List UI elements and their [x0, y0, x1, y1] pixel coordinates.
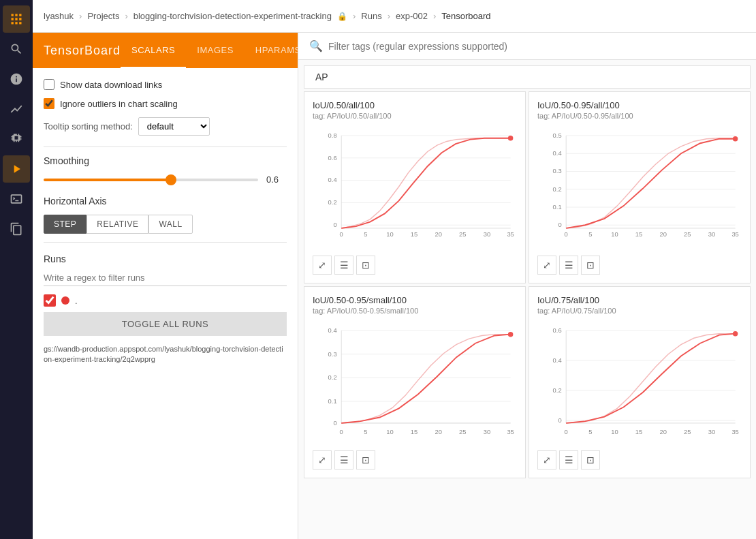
- svg-text:0: 0: [340, 429, 343, 435]
- svg-text:10: 10: [611, 429, 618, 435]
- ignore-outliers-checkbox[interactable]: [44, 98, 54, 109]
- svg-text:0: 0: [558, 417, 561, 424]
- chart-svg-container-1: 0.8 0.6 0.4 0.2 0 0 5 10 15 20: [313, 125, 517, 250]
- svg-text:0.1: 0.1: [328, 398, 337, 405]
- charts-area: AP IoU/0.50/all/100 tag: AP/IoU/0.50/all…: [298, 60, 756, 539]
- list-button-2[interactable]: ☰: [559, 256, 578, 275]
- breadcrumb-sep-2: ›: [125, 11, 127, 21]
- breadcrumb-experiment[interactable]: blogging-torchvision-detection-experimen…: [133, 11, 332, 21]
- fit-button-4[interactable]: ⊡: [581, 450, 600, 469]
- svg-text:15: 15: [635, 231, 642, 238]
- left-panel: TensorBoard SCALARS IMAGES HPARAMS Show …: [33, 33, 298, 539]
- fit-button-1[interactable]: ⊡: [356, 256, 375, 275]
- svg-text:15: 15: [411, 231, 418, 238]
- svg-text:30: 30: [708, 429, 715, 435]
- tooltip-sorting-row: Tooltip sorting method: default ascendin…: [44, 117, 287, 136]
- chart-actions-2: ⤢ ☰ ⊡: [537, 256, 742, 275]
- ignore-outliers-row: Ignore outliers in chart scaling: [44, 98, 287, 109]
- tooltip-sorting-label: Tooltip sorting method:: [44, 121, 133, 132]
- runs-filter-input[interactable]: [44, 270, 287, 286]
- svg-text:0.8: 0.8: [328, 132, 337, 139]
- list-button-1[interactable]: ☰: [334, 256, 353, 275]
- relative-button[interactable]: RELATIVE: [86, 215, 148, 234]
- tooltip-sorting-select[interactable]: default ascending descending nearest: [138, 117, 210, 136]
- svg-text:25: 25: [459, 231, 466, 238]
- svg-text:20: 20: [659, 429, 666, 435]
- expand-button-1[interactable]: ⤢: [313, 256, 332, 275]
- breadcrumb-runs[interactable]: Runs: [361, 11, 381, 21]
- charts-grid: IoU/0.50/all/100 tag: AP/IoU/0.50/all/10…: [304, 91, 751, 478]
- terminal-icon[interactable]: [3, 185, 30, 213]
- chart-tag-2: tag: AP/IoU/0.50-0.95/all/100: [537, 112, 742, 120]
- svg-text:10: 10: [611, 231, 618, 238]
- show-download-label[interactable]: Show data download links: [60, 80, 162, 90]
- chart-tag-1: tag: AP/IoU/0.50/all/100: [313, 112, 517, 120]
- breadcrumb-sep-5: ›: [433, 11, 436, 21]
- svg-text:35: 35: [507, 231, 514, 238]
- info-icon[interactable]: [3, 65, 30, 93]
- horizontal-axis-buttons: STEP RELATIVE WALL: [44, 215, 287, 234]
- run-label: .: [75, 296, 78, 306]
- svg-text:25: 25: [459, 429, 466, 435]
- breadcrumb-projects[interactable]: Projects: [87, 11, 119, 21]
- expand-button-3[interactable]: ⤢: [313, 450, 332, 469]
- svg-text:0.1: 0.1: [553, 204, 562, 211]
- expand-button-4[interactable]: ⤢: [537, 450, 556, 469]
- tab-scalars[interactable]: SCALARS: [121, 33, 186, 68]
- chart-icon[interactable]: [3, 95, 30, 123]
- chart-group-header: AP: [304, 65, 751, 89]
- svg-point-43: [733, 136, 738, 142]
- expand-button-2[interactable]: ⤢: [537, 256, 556, 275]
- grid-icon[interactable]: [3, 5, 30, 33]
- fit-button-3[interactable]: ⊡: [356, 450, 375, 469]
- svg-text:0: 0: [333, 221, 336, 228]
- chip-icon[interactable]: [3, 125, 30, 153]
- divider-2: [44, 242, 287, 243]
- step-button[interactable]: STEP: [44, 215, 86, 234]
- right-panel: 🔍 AP IoU/0.50/all/100 tag: AP/IoU/0.50/a…: [298, 33, 756, 539]
- svg-text:35: 35: [731, 429, 738, 435]
- chart-title-1: IoU/0.50/all/100: [313, 100, 517, 110]
- tab-images[interactable]: IMAGES: [186, 33, 245, 68]
- svg-text:15: 15: [635, 429, 642, 435]
- svg-text:35: 35: [731, 231, 738, 238]
- wall-button[interactable]: WALL: [148, 215, 192, 234]
- inner-layout: TensorBoard SCALARS IMAGES HPARAMS Show …: [33, 33, 756, 539]
- divider-1: [44, 147, 287, 147]
- svg-text:0: 0: [333, 420, 336, 427]
- toggle-all-runs-button[interactable]: TOGGLE ALL RUNS: [44, 312, 287, 336]
- svg-text:10: 10: [386, 231, 393, 238]
- breadcrumb: lyashuk › Projects › blogging-torchvisio…: [33, 0, 756, 33]
- chart-card-1: IoU/0.50/all/100 tag: AP/IoU/0.50/all/10…: [304, 91, 526, 283]
- svg-text:5: 5: [364, 429, 367, 435]
- search-icon[interactable]: [3, 35, 30, 63]
- list-button-3[interactable]: ☰: [334, 450, 353, 469]
- triangle-icon[interactable]: [3, 155, 30, 183]
- run-checkbox[interactable]: [44, 294, 56, 307]
- fit-button-2[interactable]: ⊡: [581, 256, 600, 275]
- ignore-outliers-label[interactable]: Ignore outliers in chart scaling: [60, 99, 178, 109]
- run-item: .: [44, 294, 287, 307]
- svg-text:0: 0: [558, 221, 561, 228]
- svg-text:0: 0: [340, 231, 343, 238]
- chart-svg-container-4: 0.6 0.4 0.2 0 0 5 10 15 20 25: [537, 320, 742, 445]
- smoothing-slider[interactable]: [44, 179, 258, 181]
- filter-tags-input[interactable]: [328, 41, 745, 52]
- svg-text:0.2: 0.2: [328, 374, 337, 381]
- breadcrumb-exp002[interactable]: exp-002: [396, 11, 428, 21]
- breadcrumb-user[interactable]: lyashuk: [44, 11, 74, 21]
- chart-card-3: IoU/0.50-0.95/small/100 tag: AP/IoU/0.50…: [304, 286, 526, 478]
- list-button-4[interactable]: ☰: [559, 450, 578, 469]
- tab-hparams[interactable]: HPARAMS: [245, 33, 298, 68]
- chart-svg-container-2: 0.5 0.4 0.3 0.2 0.1 0 0 5 10 15: [537, 125, 742, 250]
- chart-card-2: IoU/0.50-0.95/all/100 tag: AP/IoU/0.50-0…: [529, 91, 751, 283]
- breadcrumb-sep-3: ›: [353, 11, 356, 21]
- show-download-checkbox[interactable]: [44, 79, 54, 90]
- svg-text:5: 5: [588, 429, 592, 435]
- chart-tag-4: tag: AP/IoU/0.75/all/100: [537, 307, 742, 315]
- main-content: lyashuk › Projects › blogging-torchvisio…: [33, 0, 756, 539]
- chart-title-4: IoU/0.75/all/100: [537, 295, 742, 305]
- breadcrumb-sep-4: ›: [388, 11, 390, 21]
- copy-icon[interactable]: [3, 215, 30, 243]
- svg-text:0.4: 0.4: [553, 357, 562, 364]
